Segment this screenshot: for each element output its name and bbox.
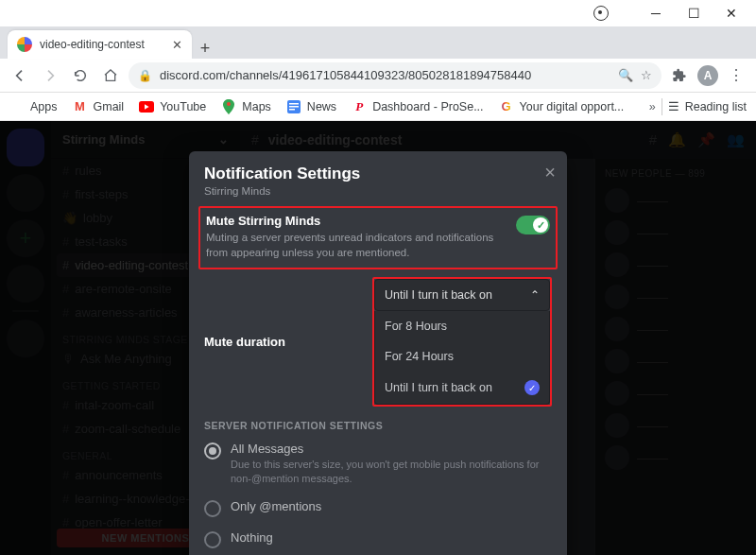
bookmark-gmail[interactable]: MGmail (73, 99, 125, 114)
forward-button[interactable] (38, 63, 62, 88)
server-notif-header: SERVER NOTIFICATION SETTINGS (189, 407, 567, 435)
svg-rect-4 (289, 106, 299, 108)
mute-toggle[interactable]: ✓ (516, 216, 550, 234)
close-button[interactable]: × (544, 163, 556, 182)
bookmarks-bar: Apps MGmail YouTube Maps News PDashboard… (0, 93, 756, 121)
tab-close-icon[interactable]: ✕ (172, 38, 182, 52)
address-bar[interactable]: 🔒 discord.com/channels/41961710584410932… (129, 62, 662, 89)
modal-subtitle: Stirring Minds (204, 185, 552, 197)
window-titlebar: ─ ☐ ✕ (0, 0, 756, 26)
reload-button[interactable] (68, 63, 93, 88)
mute-duration-select[interactable]: Until I turn it back on ⌃ (374, 279, 550, 311)
duration-option[interactable]: For 8 Hours (375, 311, 549, 341)
browser-toolbar: 🔒 discord.com/channels/41961710584410932… (0, 59, 756, 93)
bookmark-maps[interactable]: Maps (221, 99, 271, 114)
gmail-icon: M (73, 99, 88, 114)
radio-icon (204, 442, 221, 460)
reading-list-icon: ☰ (668, 99, 679, 113)
mute-description: Muting a server prevents unread indicato… (206, 231, 507, 260)
modal-title: Notification Settings (204, 165, 552, 183)
selected-value: Until I turn it back on (385, 288, 492, 302)
news-icon (286, 99, 301, 114)
browser-tab[interactable]: video-editing-contest ✕ (8, 30, 192, 59)
radio-all-messages[interactable]: All Messages Due to this server's size, … (189, 435, 567, 493)
svg-rect-5 (289, 109, 295, 111)
new-tab-button[interactable]: + (192, 39, 218, 59)
bookmark-digital-opport[interactable]: GYour digital opport... (499, 99, 625, 114)
duration-option-selected[interactable]: Until I turn it back on✓ (375, 372, 549, 404)
apps-icon (9, 99, 25, 114)
bookmark-dashboard[interactable]: PDashboard - ProSe... (352, 99, 483, 114)
mute-title: Mute Stirring Minds (206, 214, 507, 228)
chevron-right-icon: » (649, 100, 656, 113)
svg-point-1 (227, 102, 231, 106)
extensions-button[interactable] (667, 63, 692, 88)
duration-highlight-box: Until I turn it back on ⌃ For 8 Hours Fo… (372, 277, 552, 407)
notification-settings-modal: × Notification Settings Stirring Minds M… (189, 151, 567, 555)
lock-icon: 🔒 (138, 69, 152, 82)
discord-app: + Stirring Minds⌄ #rules #first-steps 👋l… (0, 121, 756, 555)
discord-favicon-icon (17, 37, 32, 52)
modal-overlay[interactable]: × Notification Settings Stirring Minds M… (0, 121, 756, 555)
reading-list-button[interactable]: » ☰ Reading list (649, 98, 747, 115)
url-text: discord.com/channels/419617105844109323/… (160, 68, 610, 82)
bookmark-news[interactable]: News (286, 99, 336, 114)
radio-label: Nothing (231, 530, 273, 545)
bookmark-youtube[interactable]: YouTube (139, 99, 206, 114)
check-icon: ✓ (524, 380, 540, 395)
radio-icon (204, 500, 221, 517)
radio-icon (204, 531, 221, 548)
youtube-icon (139, 99, 154, 114)
chevron-up-icon: ⌃ (530, 288, 540, 302)
profile-indicator-icon (593, 6, 609, 21)
home-button[interactable] (98, 63, 123, 88)
profile-avatar[interactable]: A (697, 65, 718, 86)
mute-highlight-box: Mute Stirring Minds Muting a server prev… (198, 206, 558, 269)
window-maximize-button[interactable]: ☐ (675, 2, 713, 25)
zoom-icon[interactable]: 🔍 (618, 68, 633, 82)
window-close-button[interactable]: ✕ (713, 2, 750, 25)
google-icon: G (499, 99, 514, 114)
check-icon: ✓ (533, 217, 548, 233)
radio-nothing[interactable]: Nothing (189, 524, 567, 555)
svg-rect-3 (289, 103, 299, 105)
pinterest-icon: P (352, 99, 367, 114)
bookmark-apps[interactable]: Apps (9, 99, 58, 114)
menu-button[interactable]: ⋮ (724, 63, 748, 88)
radio-description: Due to this server's size, you won't get… (231, 458, 552, 486)
back-button[interactable] (8, 63, 32, 88)
radio-label: All Messages (231, 442, 552, 456)
duration-dropdown: For 8 Hours For 24 Hours Until I turn it… (374, 311, 550, 405)
radio-label: Only @mentions (231, 499, 321, 513)
window-minimize-button[interactable]: ─ (637, 2, 675, 25)
star-icon[interactable]: ☆ (641, 68, 652, 82)
duration-option[interactable]: For 24 Hours (375, 341, 549, 372)
mute-duration-label: Mute duration (204, 335, 372, 349)
maps-icon (221, 99, 236, 114)
tab-strip: video-editing-contest ✕ + (0, 26, 756, 59)
tab-title: video-editing-contest (40, 38, 166, 51)
radio-only-mentions[interactable]: Only @mentions (189, 493, 567, 524)
